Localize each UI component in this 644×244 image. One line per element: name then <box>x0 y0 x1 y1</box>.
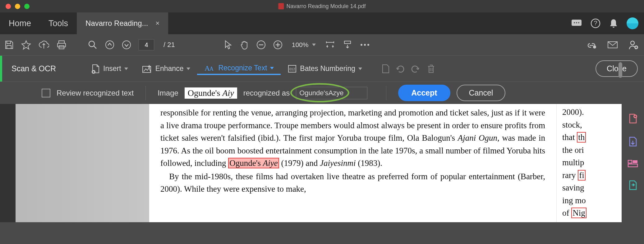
export-pdf-icon[interactable] <box>628 136 637 147</box>
svg-rect-41 <box>633 160 637 163</box>
svg-point-12 <box>122 41 131 49</box>
toolbar-right <box>586 40 638 50</box>
svg-text:012: 012 <box>289 67 295 71</box>
enhance-icon <box>142 64 152 73</box>
recognize-label: Recognize Text <box>218 64 267 72</box>
divider <box>386 86 386 100</box>
zoom-in-icon[interactable] <box>273 40 283 49</box>
enhance-label: Enhance <box>155 64 184 73</box>
scan-accent <box>0 56 2 82</box>
italic-text: Ajani Ogun <box>458 133 497 143</box>
page-up-icon[interactable] <box>105 40 114 49</box>
bates-icon: 012 <box>288 64 297 73</box>
ocr-suspect-highlight[interactable]: Ogunde's Aiye <box>228 158 279 168</box>
scrollbar-thumb[interactable] <box>619 62 622 78</box>
page-total: / 21 <box>163 41 175 49</box>
svg-rect-39 <box>628 160 632 163</box>
chevron-down-icon <box>358 68 362 70</box>
hand-tool-icon[interactable] <box>240 40 249 49</box>
tab-document-active[interactable]: Navarro Reading... × <box>77 12 168 34</box>
ocr-suspect-highlight[interactable]: Nig <box>571 208 586 218</box>
star-icon[interactable] <box>21 40 31 50</box>
scan-ocr-title: Scan & OCR <box>2 64 84 73</box>
fit-width-icon[interactable] <box>325 40 335 49</box>
undo-icon[interactable] <box>396 64 405 73</box>
svg-point-22 <box>593 45 596 49</box>
close-button[interactable]: Close <box>596 60 638 77</box>
zoom-out-icon[interactable] <box>256 40 266 49</box>
redo-icon[interactable] <box>411 64 420 73</box>
minimize-window-button[interactable] <box>15 4 20 9</box>
search-icon[interactable] <box>88 40 98 50</box>
svg-point-11 <box>106 41 114 49</box>
trash-icon[interactable] <box>427 64 435 74</box>
speech-bubble-icon[interactable] <box>571 19 582 27</box>
print-icon[interactable] <box>57 40 67 49</box>
add-person-icon[interactable] <box>628 40 638 50</box>
zoom-select[interactable]: 100% <box>290 41 318 49</box>
avatar[interactable] <box>627 17 638 29</box>
recognize-text-menu[interactable]: AA Recognize Text <box>197 64 281 75</box>
svg-point-20 <box>364 44 366 46</box>
document-page[interactable]: responsible for renting the venue, arran… <box>149 104 556 222</box>
svg-rect-40 <box>628 164 637 167</box>
svg-point-21 <box>367 44 369 46</box>
chevron-down-icon <box>270 67 274 69</box>
right-side-panel <box>622 104 644 222</box>
ocr-suspect-highlight[interactable]: th <box>577 132 586 143</box>
tabbar-right: ? <box>571 12 638 34</box>
tab-document-label: Navarro Reading... <box>85 19 148 28</box>
image-label: Image <box>158 89 178 97</box>
new-page-icon[interactable] <box>381 64 390 74</box>
recognize-text-icon: AA <box>204 64 215 73</box>
review-bar: Review recognized text Image Ogunde's Ai… <box>0 82 644 104</box>
email-icon[interactable] <box>607 41 618 49</box>
link-icon[interactable] <box>586 40 597 49</box>
bates-numbering-menu[interactable]: 012 Bates Numbering <box>281 64 369 73</box>
svg-point-1 <box>574 22 575 23</box>
body-text: (1979) and <box>279 158 320 168</box>
left-rail <box>0 104 16 222</box>
pointer-tool-icon[interactable] <box>224 40 232 49</box>
close-window-button[interactable] <box>6 4 11 9</box>
tab-close-icon[interactable]: × <box>156 19 160 27</box>
recognized-text-input[interactable] <box>296 87 367 99</box>
review-checkbox[interactable] <box>42 89 50 97</box>
body-text: (1983). <box>356 158 382 168</box>
window-title-text: Navarro Reading Module 14.pdf <box>286 3 366 10</box>
bell-icon[interactable] <box>609 18 618 28</box>
svg-point-9 <box>89 41 94 47</box>
enhance-menu[interactable]: Enhance <box>135 64 197 73</box>
document-right-column: 2000). stock, that th the ori multip rar… <box>556 104 622 222</box>
fullscreen-window-button[interactable] <box>24 4 30 9</box>
accept-button[interactable]: Accept <box>398 85 450 101</box>
tab-tools[interactable]: Tools <box>40 12 77 34</box>
create-pdf-icon[interactable] <box>628 113 637 124</box>
organize-pages-icon[interactable] <box>628 159 638 167</box>
svg-point-24 <box>631 41 634 45</box>
cancel-button[interactable]: Cancel <box>457 85 506 101</box>
titlebar: Navarro Reading Module 14.pdf <box>0 0 644 12</box>
page-number-input[interactable] <box>139 39 154 50</box>
help-icon[interactable]: ? <box>591 18 600 28</box>
toolbar: / 21 100% <box>0 34 644 55</box>
svg-point-2 <box>576 22 577 23</box>
more-icon[interactable] <box>360 43 370 46</box>
image-snippet: Ogunde's Aiy <box>185 87 237 99</box>
combine-files-icon[interactable] <box>628 180 637 190</box>
chevron-down-icon <box>124 68 128 70</box>
svg-rect-7 <box>58 43 66 47</box>
svg-text:A: A <box>209 66 214 72</box>
ocr-suspect-highlight[interactable]: fi <box>578 170 586 181</box>
zoom-value: 100% <box>292 41 309 49</box>
cloud-upload-icon[interactable] <box>39 40 49 49</box>
save-icon[interactable] <box>4 40 14 49</box>
italic-text: Jaiyesinmi <box>320 158 356 168</box>
insert-menu[interactable]: Insert <box>84 64 135 74</box>
page-down-icon[interactable] <box>122 40 131 49</box>
bates-label: Bates Numbering <box>300 64 355 73</box>
scroll-mode-icon[interactable] <box>343 40 352 49</box>
tab-home[interactable]: Home <box>0 12 40 34</box>
recognized-as-label: recognized as <box>243 89 290 97</box>
scan-ocr-bar: Scan & OCR Insert Enhance AA Recognize T… <box>0 55 644 82</box>
